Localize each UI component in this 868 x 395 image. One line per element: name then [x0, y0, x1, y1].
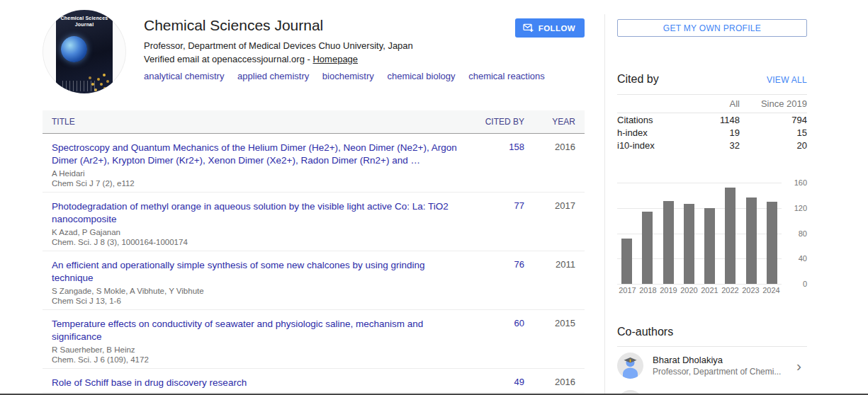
publications-table-header: TITLE CITED BY YEAR: [43, 110, 585, 134]
y-tick: 160: [783, 178, 807, 187]
view-all-link[interactable]: VIEW ALL: [767, 75, 807, 85]
coauthor-list-item[interactable]: Bharat Dholakiya Professor, Department o…: [617, 347, 807, 384]
coauthor-affiliation: Professor, Department of Chemi...: [653, 367, 784, 377]
follow-envelope-icon: [523, 23, 534, 33]
sidebar: GET MY OWN PROFILE Cited by VIEW ALL All…: [604, 14, 868, 395]
y-tick: 120: [783, 204, 807, 212]
interest-chemical-reactions[interactable]: chemical reactions: [468, 71, 545, 81]
bar-2017[interactable]: [621, 239, 632, 284]
x-tick: 2020: [679, 286, 699, 294]
citation-stats-table: All Since 2019 Citations 1148 794 h-inde…: [617, 94, 807, 151]
table-row: Role of Schiff base in drug discovery re…: [43, 369, 585, 393]
page-title: Chemical Sciences Journal: [144, 17, 556, 34]
stats-col-all: All: [690, 98, 740, 109]
publication-title-link[interactable]: An efficient and operationally simple sy…: [52, 260, 425, 283]
stats-value-all: 32: [690, 140, 740, 151]
publication-title-link[interactable]: Role of Schiff base in drug discovery re…: [52, 377, 247, 388]
stats-col-since: Since 2019: [740, 98, 807, 109]
bar-2022[interactable]: [725, 188, 735, 284]
x-tick: 2024: [761, 286, 782, 294]
bar-2024[interactable]: [767, 202, 777, 284]
earth-graphic: [61, 36, 87, 62]
publication-year: 2017: [524, 200, 575, 247]
publication-title-link[interactable]: Spectroscopy and Quantum Mechanics of th…: [52, 142, 457, 166]
table-row: Photodegradation of methyl orange in aqu…: [43, 193, 585, 251]
profile-affiliation: Professor, Department of Medical Devices…: [144, 40, 556, 51]
interest-tags: analytical chemistry applied chemistry b…: [144, 71, 556, 81]
journal-cover-image: Chemical Sciences Journal: [56, 10, 113, 93]
y-tick: 80: [783, 229, 807, 238]
coauthors-heading: Co-authors: [617, 326, 807, 347]
citations-bar-chart: 2017 2018 2019 2020 2021 2022 2023 2024 …: [617, 177, 807, 289]
header-year-sort[interactable]: YEAR: [524, 117, 575, 127]
stats-label: h-index: [617, 127, 690, 138]
publication-authors: K Azad, P Gajanan: [52, 227, 458, 237]
table-row: Spectroscopy and Quantum Mechanics of th…: [43, 134, 585, 193]
bar-2021[interactable]: [704, 208, 715, 284]
stats-row-citations: Citations 1148 794: [617, 113, 807, 126]
chart-plot-area: [617, 183, 782, 284]
profile-main-column: Chemical Sciences Journal Chemical Scien…: [43, 10, 585, 393]
header-cited-by-sort[interactable]: CITED BY: [475, 117, 524, 127]
stats-value-all: 1148: [690, 115, 740, 125]
interest-chemical-biology[interactable]: chemical biology: [387, 71, 455, 81]
publication-venue: Chem. Sci. J 6 (109), 4172: [52, 355, 458, 365]
cited-by-header: Cited by VIEW ALL: [617, 73, 807, 86]
follow-button[interactable]: FOLLOW: [515, 18, 585, 38]
profile-avatar[interactable]: Chemical Sciences Journal: [43, 10, 126, 93]
publication-venue: Chem. Sci. J 8 (3), 1000164-1000174: [52, 237, 458, 247]
profile-header: Chemical Sciences Journal Chemical Scien…: [43, 10, 585, 93]
coauthor-name[interactable]: Bharat Dholakiya: [653, 355, 784, 365]
table-row: An efficient and operationally simple sy…: [43, 251, 585, 310]
cited-by-count-link[interactable]: 60: [475, 317, 524, 365]
publications-table: TITLE CITED BY YEAR Spectroscopy and Qua…: [43, 110, 585, 393]
stats-row-i10-index: i10-index 32 20: [617, 139, 807, 151]
x-tick: 2021: [699, 286, 720, 294]
cited-by-count-link[interactable]: 49: [475, 376, 524, 389]
table-row: Temperature effects on conductivity of s…: [43, 310, 585, 369]
bar-2023[interactable]: [746, 198, 757, 284]
stats-value-since: 20: [740, 140, 807, 151]
stats-value-since: 15: [740, 127, 807, 138]
x-tick: 2018: [638, 286, 658, 294]
publication-year: 2015: [524, 317, 575, 365]
interest-analytical-chemistry[interactable]: analytical chemistry: [144, 71, 224, 81]
x-tick: 2019: [658, 286, 679, 294]
cited-by-count-link[interactable]: 76: [475, 258, 524, 306]
bar-2018[interactable]: [642, 212, 653, 284]
bar-2020[interactable]: [684, 204, 694, 284]
y-tick: 0: [783, 280, 807, 288]
stats-label: i10-index: [617, 140, 690, 151]
chevron-right-icon[interactable]: ›: [796, 359, 807, 373]
publication-year: 2011: [524, 258, 575, 306]
x-tick: 2023: [740, 286, 761, 294]
header-title-sort[interactable]: TITLE: [52, 117, 475, 127]
get-my-own-profile-button[interactable]: GET MY OWN PROFILE: [617, 19, 807, 37]
interest-biochemistry[interactable]: biochemistry: [322, 71, 374, 81]
publication-year: 2016: [524, 376, 575, 389]
publication-year: 2016: [524, 141, 575, 188]
stats-value-all: 19: [690, 127, 740, 138]
stats-value-since: 794: [740, 115, 807, 125]
publication-authors: S Zangade, S Mokle, A Vibhute, Y Vibhute: [52, 286, 458, 296]
interest-applied-chemistry[interactable]: applied chemistry: [237, 71, 309, 81]
cited-by-count-link[interactable]: 158: [475, 141, 524, 188]
publication-authors: A Heidari: [52, 168, 458, 178]
cited-by-count-link[interactable]: 77: [475, 200, 524, 247]
stats-row-h-index: h-index 19 15: [617, 126, 807, 139]
publication-venue: Chem Sci J 7 (2), e112: [52, 178, 458, 188]
publication-title-link[interactable]: Photodegradation of methyl orange in aqu…: [52, 201, 449, 224]
homepage-link[interactable]: Homepage: [312, 54, 358, 64]
spectrum-graphic: [62, 81, 96, 91]
publication-venue: Chem Sci J 13, 1-6: [52, 296, 458, 306]
chart-bars: [617, 183, 782, 284]
bar-2019[interactable]: [663, 201, 674, 284]
follow-button-label: FOLLOW: [539, 24, 575, 33]
publication-title-link[interactable]: Temperature effects on conductivity of s…: [52, 319, 423, 342]
stats-column-headers: All Since 2019: [617, 95, 807, 113]
verified-email-line: Verified email at openaccessjournal.org …: [144, 54, 556, 64]
publication-authors: R Sauerheber, B Heinz: [52, 345, 458, 355]
molecule-dots-graphic: [103, 74, 106, 76]
chart-x-axis-labels: 2017 2018 2019 2020 2021 2022 2023 2024: [617, 286, 782, 294]
y-tick: 40: [783, 254, 807, 263]
